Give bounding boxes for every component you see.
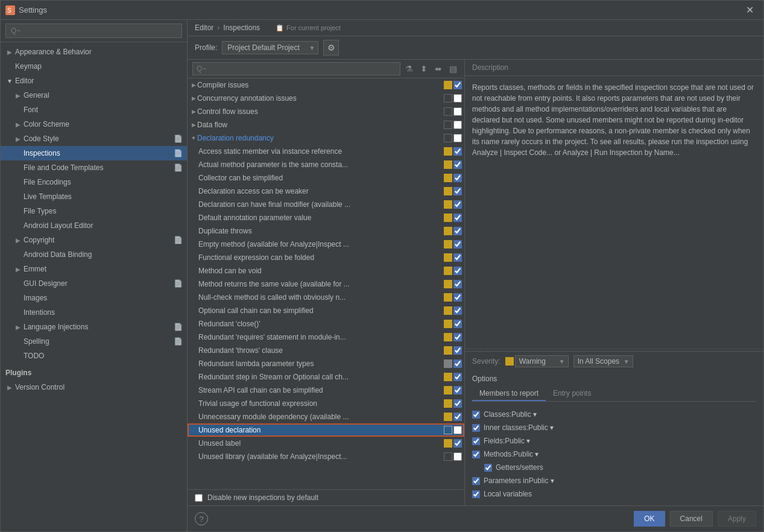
close-button[interactable]: ✕ bbox=[741, 2, 759, 18]
list-item[interactable]: Redundant step in Stream or Optional cal… bbox=[188, 370, 464, 384]
inspection-checkbox[interactable] bbox=[453, 439, 462, 448]
fields-public-dropdown[interactable]: Fields:Public ▾ bbox=[484, 437, 530, 445]
sidebar-item-file-code-templates[interactable]: File and Code Templates 📄 bbox=[1, 160, 187, 175]
list-item[interactable]: Unused declaration bbox=[188, 423, 464, 437]
sidebar-item-file-encodings[interactable]: File Encodings bbox=[1, 175, 187, 189]
list-item[interactable]: Declaration access can be weaker bbox=[188, 185, 464, 198]
inspection-checkbox[interactable] bbox=[453, 227, 462, 235]
inspection-checkbox[interactable] bbox=[453, 452, 462, 461]
inspection-checkbox[interactable] bbox=[453, 359, 462, 368]
sidebar-item-android-data-binding[interactable]: Android Data Binding bbox=[1, 247, 187, 262]
inspection-checkbox[interactable] bbox=[453, 373, 462, 381]
local-variables-checkbox[interactable] bbox=[472, 490, 480, 498]
list-item[interactable]: Redundant 'close()' bbox=[188, 317, 464, 331]
inspection-checkbox[interactable] bbox=[453, 200, 462, 209]
list-item[interactable]: Default annotation parameter value bbox=[188, 211, 464, 224]
sidebar-item-intentions[interactable]: Intentions bbox=[1, 305, 187, 320]
inspection-checkbox[interactable] bbox=[453, 320, 462, 328]
parameters-inpublic-checkbox[interactable] bbox=[472, 477, 480, 485]
inspection-checkbox[interactable] bbox=[453, 253, 462, 262]
gear-button[interactable]: ⚙ bbox=[323, 40, 339, 55]
sidebar-item-inspections[interactable]: Inspections 📄 bbox=[1, 146, 187, 160]
sidebar-item-font[interactable]: Font bbox=[1, 103, 187, 117]
disable-inspections-checkbox[interactable] bbox=[195, 494, 203, 502]
inspection-checkbox[interactable] bbox=[453, 107, 462, 116]
methods-public-dropdown[interactable]: Methods:Public ▾ bbox=[484, 450, 538, 458]
list-item[interactable]: Redundant lambda parameter types bbox=[188, 357, 464, 370]
inspection-checkbox[interactable] bbox=[453, 94, 462, 103]
cancel-button[interactable]: Cancel bbox=[670, 511, 713, 527]
list-item[interactable]: ▼ Declaration redundancy bbox=[188, 131, 464, 145]
sidebar-item-file-types[interactable]: File Types bbox=[1, 204, 187, 218]
inspection-checkbox[interactable] bbox=[453, 293, 462, 302]
sidebar-item-images[interactable]: Images bbox=[1, 291, 187, 305]
list-item[interactable]: Duplicate throws bbox=[188, 224, 464, 238]
list-item[interactable]: Declaration can have final modifier (ava… bbox=[188, 198, 464, 211]
inspection-checkbox[interactable] bbox=[453, 333, 462, 341]
sidebar-item-spelling[interactable]: Spelling 📄 bbox=[1, 334, 187, 349]
scope-dropdown[interactable]: In All Scopes bbox=[573, 355, 633, 367]
sidebar-item-todo[interactable]: TODO bbox=[1, 349, 187, 363]
profile-select[interactable]: Project Default Project bbox=[222, 41, 318, 54]
help-button[interactable]: ? bbox=[195, 512, 208, 525]
inspection-checkbox[interactable] bbox=[453, 267, 462, 275]
sidebar-item-color-scheme[interactable]: ▶ Color Scheme bbox=[1, 117, 187, 131]
sidebar-item-code-style[interactable]: ▶ Code Style 📄 bbox=[1, 131, 187, 146]
sidebar-item-emmet[interactable]: ▶ Emmet bbox=[1, 262, 187, 276]
inspection-checkbox[interactable] bbox=[453, 147, 462, 156]
list-item[interactable]: ▶ Control flow issues bbox=[188, 105, 464, 118]
inspection-checkbox[interactable] bbox=[453, 386, 462, 394]
view-options-button[interactable]: ▤ bbox=[447, 63, 459, 75]
inspection-checkbox[interactable] bbox=[453, 399, 462, 408]
tab-entry-points[interactable]: Entry points bbox=[546, 387, 598, 401]
list-item[interactable]: Method returns the same value (available… bbox=[188, 277, 464, 291]
inspection-checkbox[interactable] bbox=[453, 426, 462, 434]
classes-public-dropdown[interactable]: Classes:Public ▾ bbox=[484, 410, 537, 419]
sidebar-item-gui-designer[interactable]: GUI Designer 📄 bbox=[1, 276, 187, 291]
list-item[interactable]: ▶ Data flow bbox=[188, 118, 464, 131]
inspection-checkbox[interactable] bbox=[453, 240, 462, 249]
list-item[interactable]: Unnecessary module dependency (available… bbox=[188, 410, 464, 423]
list-item[interactable]: Null-check method is called with obvious… bbox=[188, 291, 464, 304]
getters-setters-checkbox[interactable] bbox=[484, 464, 492, 472]
inspection-checkbox[interactable] bbox=[453, 81, 462, 89]
list-item[interactable]: Redundant 'requires' statement in module… bbox=[188, 331, 464, 344]
sidebar-item-copyright[interactable]: ▶ Copyright 📄 bbox=[1, 233, 187, 247]
fields-public-checkbox[interactable] bbox=[472, 437, 480, 445]
list-item[interactable]: Redundant 'throws' clause bbox=[188, 344, 464, 357]
list-item[interactable]: Optional call chain can be simplified bbox=[188, 304, 464, 317]
list-item[interactable]: Collector can be simplified bbox=[188, 171, 464, 185]
inspection-checkbox[interactable] bbox=[453, 174, 462, 182]
inspection-checkbox[interactable] bbox=[453, 413, 462, 421]
sidebar-search-input[interactable] bbox=[5, 24, 182, 38]
sidebar-item-appearance[interactable]: ▶ Appearance & Behavior bbox=[1, 45, 187, 59]
list-item[interactable]: Stream API call chain can be simplified bbox=[188, 384, 464, 397]
inspection-checkbox[interactable] bbox=[453, 160, 462, 169]
inspection-checkbox[interactable] bbox=[453, 214, 462, 222]
inspection-checkbox[interactable] bbox=[453, 306, 462, 315]
sidebar-item-editor[interactable]: ▼ Editor bbox=[1, 74, 187, 88]
classes-public-checkbox[interactable] bbox=[472, 411, 480, 419]
expand-all-button[interactable]: ⬍ bbox=[418, 63, 430, 75]
list-item[interactable]: Access static member via instance refere… bbox=[188, 145, 464, 158]
list-item[interactable]: Empty method (available for Analyze|Insp… bbox=[188, 238, 464, 251]
list-item[interactable]: Trivial usage of functional expression bbox=[188, 397, 464, 410]
sidebar-item-general[interactable]: ▶ General bbox=[1, 88, 187, 103]
sidebar-item-language-injections[interactable]: ▶ Language Injections 📄 bbox=[1, 320, 187, 334]
inner-classes-public-dropdown[interactable]: Inner classes:Public ▾ bbox=[484, 423, 554, 432]
inner-classes-public-checkbox[interactable] bbox=[472, 424, 480, 432]
inspection-checkbox[interactable] bbox=[453, 134, 462, 142]
apply-button[interactable]: Apply bbox=[718, 511, 756, 527]
list-item[interactable]: Functional expression can be folded bbox=[188, 251, 464, 264]
inspections-search-input[interactable] bbox=[192, 62, 400, 75]
sidebar-item-version-control[interactable]: ▶ Version Control bbox=[1, 380, 187, 394]
sidebar-item-keymap[interactable]: Keymap bbox=[1, 59, 187, 74]
methods-public-checkbox[interactable] bbox=[472, 451, 480, 458]
list-item[interactable]: Actual method parameter is the same cons… bbox=[188, 158, 464, 171]
inspection-checkbox[interactable] bbox=[453, 187, 462, 195]
inspection-checkbox[interactable] bbox=[453, 346, 462, 355]
list-item[interactable]: ▶ Compiler issues bbox=[188, 78, 464, 92]
sidebar-item-live-templates[interactable]: Live Templates bbox=[1, 189, 187, 204]
parameters-inpublic-dropdown[interactable]: Parameters inPublic ▾ bbox=[484, 477, 554, 485]
sidebar-item-android-layout-editor[interactable]: Android Layout Editor bbox=[1, 218, 187, 233]
